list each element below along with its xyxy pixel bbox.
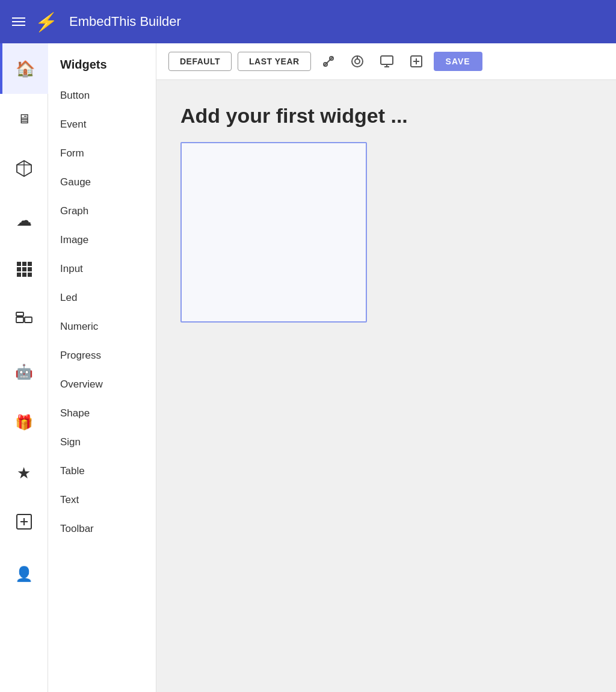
last-year-button[interactable]: LAST YEAR <box>238 52 311 71</box>
widget-item-text[interactable]: Text <box>48 486 156 514</box>
widget-item-gauge[interactable]: Gauge <box>48 168 156 197</box>
sidebar-item-home[interactable]: 🏠 <box>0 43 48 94</box>
svg-rect-4 <box>22 262 26 266</box>
gift-icon: 🎁 <box>15 414 33 431</box>
svg-rect-11 <box>28 273 32 277</box>
icon-sidebar: 🏠 🖥 ☁ <box>0 43 48 692</box>
toolbar: DEFAULT LAST YEAR <box>156 43 616 80</box>
monitor-icon: 🖥 <box>17 111 31 127</box>
svg-rect-3 <box>17 262 21 266</box>
app-title: EmbedThis Builder <box>69 14 181 29</box>
default-button[interactable]: DEFAULT <box>168 52 232 71</box>
sidebar-item-grid[interactable] <box>0 246 48 296</box>
sidebar-item-user[interactable]: 👤 <box>0 549 48 599</box>
menu-icon[interactable] <box>12 17 25 26</box>
widget-item-graph[interactable]: Graph <box>48 197 156 226</box>
svg-rect-5 <box>28 262 32 266</box>
svg-rect-12 <box>16 317 23 323</box>
widget-item-form[interactable]: Form <box>48 139 156 168</box>
lock-icon-button[interactable] <box>346 52 369 70</box>
widget-sidebar: Widgets Button Event Form Gauge Graph Im… <box>48 43 156 692</box>
widgets-title: Widgets <box>48 43 156 81</box>
sidebar-item-robot[interactable]: 🤖 <box>0 347 48 397</box>
svg-rect-9 <box>17 273 21 277</box>
widget-item-shape[interactable]: Shape <box>48 399 156 428</box>
svg-rect-6 <box>17 267 21 271</box>
monitor-icon-button[interactable] <box>375 52 399 70</box>
settings-icon-button[interactable] <box>317 52 340 70</box>
svg-rect-10 <box>22 273 26 277</box>
widget-item-numeric[interactable]: Numeric <box>48 312 156 341</box>
widget-item-button[interactable]: Button <box>48 81 156 110</box>
main-content: DEFAULT LAST YEAR <box>156 43 616 692</box>
canvas-area: Add your first widget ... <box>156 80 616 692</box>
canvas-empty-label: Add your first widget ... <box>180 104 592 128</box>
cloud-icon: ☁ <box>16 211 32 230</box>
cube-icon <box>15 159 33 181</box>
widget-item-toolbar[interactable]: Toolbar <box>48 514 156 543</box>
widget-item-overview[interactable]: Overview <box>48 370 156 399</box>
widget-item-table[interactable]: Table <box>48 457 156 486</box>
star-icon: ★ <box>17 464 31 483</box>
svg-rect-13 <box>25 317 32 323</box>
robot-icon: 🤖 <box>15 363 33 380</box>
sidebar-item-plus-box[interactable] <box>0 498 48 549</box>
device-group-icon <box>15 311 33 332</box>
svg-rect-7 <box>22 267 26 271</box>
save-button[interactable]: SAVE <box>434 52 482 71</box>
main-layout: 🏠 🖥 ☁ <box>0 43 616 692</box>
widget-placeholder <box>180 142 367 323</box>
widget-item-progress[interactable]: Progress <box>48 341 156 370</box>
sidebar-item-cube[interactable] <box>0 144 48 195</box>
svg-rect-23 <box>381 56 393 64</box>
home-icon: 🏠 <box>16 60 35 78</box>
user-icon: 👤 <box>15 566 33 582</box>
widget-item-sign[interactable]: Sign <box>48 428 156 457</box>
widget-item-input[interactable]: Input <box>48 255 156 283</box>
sidebar-item-cloud[interactable]: ☁ <box>0 195 48 246</box>
logo-icon: ⚡ <box>34 11 59 32</box>
header: ⚡ EmbedThis Builder <box>0 0 616 43</box>
grid-icon <box>16 261 32 282</box>
svg-rect-14 <box>16 312 23 316</box>
plus-box-icon <box>16 513 32 534</box>
svg-rect-8 <box>28 267 32 271</box>
sidebar-item-star[interactable]: ★ <box>0 448 48 498</box>
widget-item-led[interactable]: Led <box>48 283 156 312</box>
widget-item-image[interactable]: Image <box>48 226 156 255</box>
sidebar-item-gift[interactable]: 🎁 <box>0 397 48 448</box>
svg-point-21 <box>355 59 360 64</box>
sidebar-item-monitor[interactable]: 🖥 <box>0 94 48 144</box>
add-icon-button[interactable] <box>405 52 428 70</box>
sidebar-item-device-group[interactable] <box>0 296 48 347</box>
widget-item-event[interactable]: Event <box>48 110 156 139</box>
